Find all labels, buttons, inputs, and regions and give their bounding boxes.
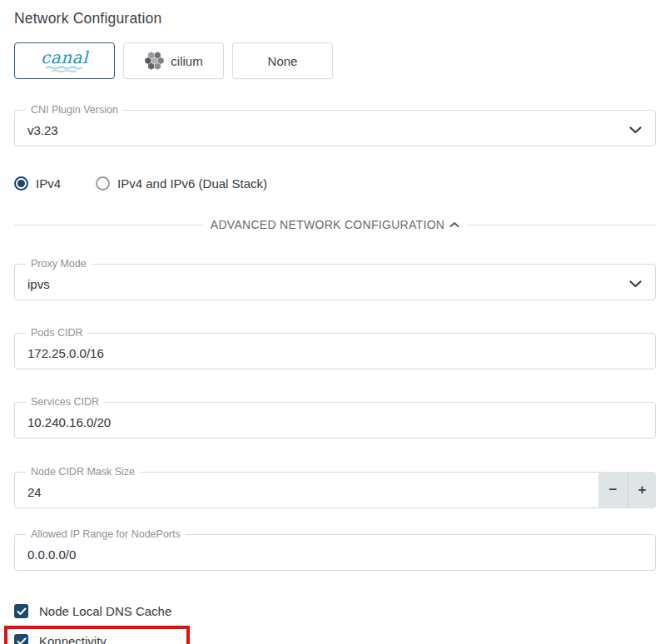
number-stepper: − + bbox=[598, 472, 656, 508]
nodeport-ip-range-field: Allowed IP Range for NodePorts bbox=[14, 534, 656, 571]
cni-plugin-version-value: v3.23 bbox=[27, 123, 58, 137]
radio-dual-stack-label: IPv4 and IPv6 (Dual Stack) bbox=[117, 176, 267, 191]
canal-logo-text: canal bbox=[41, 49, 88, 66]
chevron-down-icon bbox=[629, 280, 642, 288]
provider-card-none[interactable]: None bbox=[232, 42, 333, 79]
radio-ipv4-label: IPv4 bbox=[36, 176, 61, 191]
ip-stack-radio-group: IPv4 IPv4 and IPv6 (Dual Stack) bbox=[14, 176, 656, 191]
checkbox-konnectivity[interactable]: Konnectivity bbox=[14, 634, 186, 644]
radio-dual-stack-circle-icon bbox=[96, 176, 110, 191]
decrement-button[interactable]: − bbox=[598, 472, 628, 508]
advanced-network-configuration-toggle[interactable]: ADVANCED NETWORK CONFIGURATION bbox=[14, 218, 656, 231]
chevron-down-icon bbox=[629, 126, 642, 134]
services-cidr-field: Services CIDR bbox=[14, 402, 656, 438]
advanced-section-label: ADVANCED NETWORK CONFIGURATION bbox=[211, 218, 445, 231]
radio-ipv4-circle-icon bbox=[14, 176, 28, 191]
proxy-mode-label: Proxy Mode bbox=[26, 258, 92, 270]
radio-ipv4[interactable]: IPv4 bbox=[14, 176, 61, 191]
divider-line bbox=[14, 225, 203, 225]
red-highlight-annotation: Konnectivity bbox=[4, 626, 190, 644]
increment-button[interactable]: + bbox=[628, 472, 656, 508]
services-cidr-label: Services CIDR bbox=[26, 396, 104, 409]
provider-card-cilium-label: cilium bbox=[171, 54, 202, 68]
node-cidr-mask-size-label: Node CIDR Mask Size bbox=[26, 466, 140, 478]
cni-provider-cards: canal cilium bbox=[14, 42, 656, 79]
pods-cidr-label: Pods CIDR bbox=[26, 327, 88, 339]
proxy-mode-select[interactable]: Proxy Mode ipvs bbox=[14, 264, 656, 300]
cni-plugin-version-select[interactable]: CNI Plugin Version v3.23 bbox=[14, 110, 656, 146]
provider-card-none-label: None bbox=[268, 54, 298, 68]
page-title: Network Configuration bbox=[14, 10, 656, 27]
nodeport-ip-range-input[interactable] bbox=[27, 547, 642, 562]
canal-logo: canal bbox=[41, 49, 88, 73]
cilium-hexagons-icon bbox=[144, 50, 165, 72]
pods-cidr-field: Pods CIDR bbox=[14, 333, 656, 369]
checkbox-node-local-dns-cache-label: Node Local DNS Cache bbox=[39, 604, 171, 618]
proxy-mode-value: ipvs bbox=[27, 277, 50, 291]
options-checkbox-group: Node Local DNS Cache Konnectivity bbox=[14, 604, 656, 644]
canal-waves-icon bbox=[45, 66, 83, 73]
provider-card-cilium[interactable]: cilium bbox=[123, 42, 224, 79]
checkbox-konnectivity-label: Konnectivity bbox=[39, 634, 107, 644]
node-cidr-mask-size-field: Node CIDR Mask Size − + bbox=[14, 472, 656, 508]
chevron-up-icon bbox=[449, 221, 459, 228]
radio-dual-stack[interactable]: IPv4 and IPv6 (Dual Stack) bbox=[96, 176, 267, 191]
nodeport-ip-range-label: Allowed IP Range for NodePorts bbox=[26, 528, 186, 541]
divider-line bbox=[467, 225, 656, 225]
network-configuration-panel: Network Configuration canal bbox=[0, 0, 670, 644]
provider-card-canal[interactable]: canal bbox=[14, 42, 115, 79]
pods-cidr-input[interactable] bbox=[27, 346, 642, 360]
checkbox-checked-icon bbox=[14, 634, 28, 644]
checkbox-node-local-dns-cache[interactable]: Node Local DNS Cache bbox=[14, 604, 656, 618]
checkbox-checked-icon bbox=[14, 604, 28, 618]
services-cidr-input[interactable] bbox=[27, 415, 642, 429]
cni-plugin-version-label: CNI Plugin Version bbox=[26, 104, 123, 116]
node-cidr-mask-size-input[interactable] bbox=[27, 485, 588, 499]
